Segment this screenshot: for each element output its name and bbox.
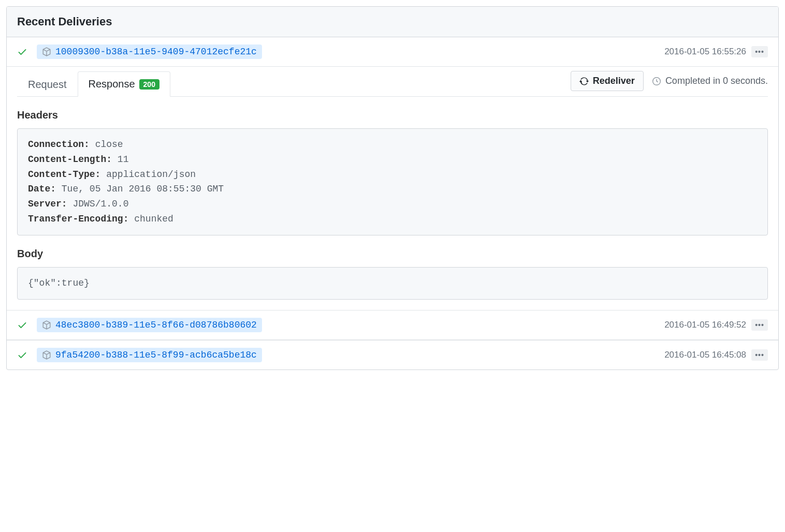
completed-text: Completed in 0 seconds. xyxy=(665,76,768,86)
delivery-id-chip[interactable]: 9fa54200-b388-11e5-8f99-acb6ca5be18c xyxy=(37,348,262,362)
delivery-row[interactable]: 9fa54200-b388-11e5-8f99-acb6ca5be18c 201… xyxy=(7,340,778,370)
delivery-id-chip[interactable]: 48ec3800-b389-11e5-8f66-d08786b80602 xyxy=(37,318,262,332)
delivery-timestamp: 2016-01-05 16:45:08 xyxy=(664,350,746,360)
tab-response[interactable]: Response 200 xyxy=(78,71,170,97)
header-line: Content-Type: application/json xyxy=(28,167,757,182)
check-icon xyxy=(17,350,27,360)
panel-header: Recent Deliveries xyxy=(7,7,778,37)
headers-box: Connection: close Content-Length: 11 Con… xyxy=(17,128,768,235)
header-line: Content-Length: 11 xyxy=(28,152,757,167)
delivery-row[interactable]: 10009300-b38a-11e5-9409-47012ecfe21c 201… xyxy=(7,37,778,67)
header-line: Connection: close xyxy=(28,137,757,152)
clock-icon xyxy=(652,77,661,86)
check-icon xyxy=(17,320,27,330)
tab-request-label: Request xyxy=(28,79,67,91)
delivery-id: 10009300-b38a-11e5-9409-47012ecfe21c xyxy=(55,47,257,57)
tab-actions: Redeliver Completed in 0 seconds. xyxy=(571,71,768,96)
refresh-icon xyxy=(579,77,589,86)
redeliver-label: Redeliver xyxy=(593,76,635,86)
tabs-row: Request Response 200 Redeliver xyxy=(17,71,768,97)
header-line: Transfer-Encoding: chunked xyxy=(28,212,757,227)
body-label: Body xyxy=(17,248,768,260)
delivery-id-chip[interactable]: 10009300-b38a-11e5-9409-47012ecfe21c xyxy=(37,45,262,59)
header-line: Date: Tue, 05 Jan 2016 08:55:30 GMT xyxy=(28,182,757,197)
status-badge: 200 xyxy=(139,79,159,90)
delivery-id: 48ec3800-b389-11e5-8f66-d08786b80602 xyxy=(55,320,257,330)
package-icon xyxy=(42,320,51,330)
headers-label: Headers xyxy=(17,109,768,121)
recent-deliveries-panel: Recent Deliveries 10009300-b38a-11e5-940… xyxy=(6,6,779,370)
more-button[interactable]: ••• xyxy=(751,46,768,57)
completed-info: Completed in 0 seconds. xyxy=(652,76,768,86)
delivery-id: 9fa54200-b388-11e5-8f99-acb6ca5be18c xyxy=(55,350,257,360)
more-button[interactable]: ••• xyxy=(751,319,768,331)
delivery-timestamp: 2016-01-05 16:55:26 xyxy=(664,47,746,57)
check-icon xyxy=(17,47,27,57)
header-line: Server: JDWS/1.0.0 xyxy=(28,197,757,212)
redeliver-button[interactable]: Redeliver xyxy=(571,71,644,91)
package-icon xyxy=(42,47,51,56)
delivery-timestamp: 2016-01-05 16:49:52 xyxy=(664,320,746,330)
package-icon xyxy=(42,350,51,360)
body-box: {"ok":true} xyxy=(17,267,768,300)
delivery-detail: Request Response 200 Redeliver xyxy=(7,71,778,310)
tab-response-label: Response xyxy=(89,78,135,90)
more-button[interactable]: ••• xyxy=(751,349,768,361)
body-content: {"ok":true} xyxy=(28,278,90,288)
panel-title: Recent Deliveries xyxy=(17,15,768,28)
tab-request[interactable]: Request xyxy=(17,72,78,97)
delivery-row[interactable]: 48ec3800-b389-11e5-8f66-d08786b80602 201… xyxy=(7,310,778,340)
